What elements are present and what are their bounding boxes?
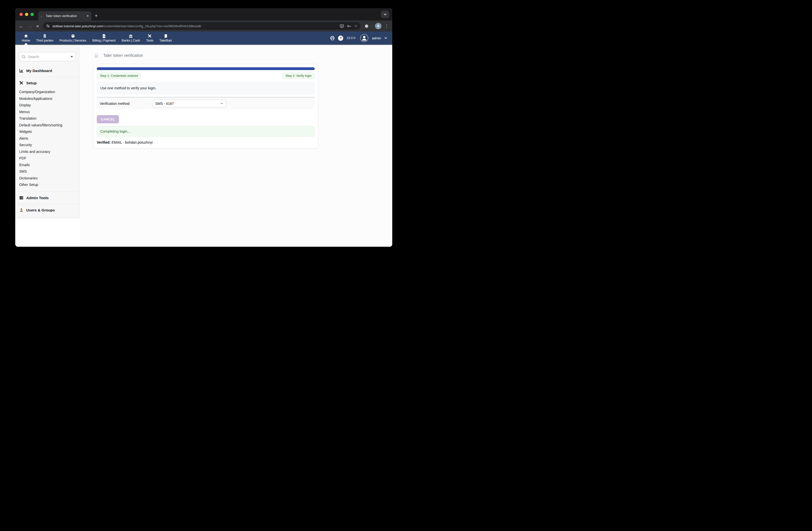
tab-title: Taler token verification (46, 14, 85, 18)
tab-close-icon[interactable]: × (87, 14, 89, 18)
step-indicators: Step 1: Credentials entered Step 2: Veri… (97, 73, 315, 79)
extensions-puzzle-icon[interactable] (364, 24, 369, 28)
url-path: /custom/talerbarr/talerconfig_2fa.php?ct… (103, 24, 201, 28)
browser-window: Taler token verification × + ← → × dolib… (15, 8, 392, 247)
building-icon (43, 34, 47, 38)
search-input[interactable] (28, 55, 68, 59)
version-label: 23.0.0 (347, 36, 355, 40)
sidebar-item-admin-tools[interactable]: Admin Tools (15, 192, 79, 202)
sidebar-search[interactable] (19, 52, 76, 61)
selected-method: SMS - 4197 (155, 102, 174, 106)
user-avatar-icon[interactable] (360, 34, 368, 42)
setup-tools-icon (19, 81, 24, 85)
menu-home[interactable]: Home (19, 31, 33, 44)
search-icon (21, 55, 26, 59)
setup-links: Company/Organization Modules/Application… (15, 87, 79, 190)
window-controls (19, 13, 34, 16)
browser-toolbar: ← → × dolibarr.tutorial.taler.potuzhnyi.… (15, 20, 392, 31)
sidebar-item-sms[interactable]: SMS (19, 168, 79, 175)
verified-label: Verified: (97, 140, 111, 144)
sidebar-item-limits-accuracy[interactable]: Limits and accuracy (19, 149, 79, 155)
verified-line: Verified: EMAIL - bohdan.potuzhnyi (97, 140, 315, 144)
lock-icon (93, 53, 99, 58)
step1-badge: Step 1: Credentials entered (97, 73, 141, 79)
user-menu-chevron-icon[interactable] (384, 37, 387, 39)
menu-talerbarr[interactable]: TalerBarr (156, 31, 175, 44)
sidebar-item-company-organization[interactable]: Company/Organization (19, 88, 79, 95)
bar-chart-icon (19, 69, 24, 73)
user-icon (19, 208, 24, 212)
cancel-button[interactable]: CANCEL (97, 115, 119, 123)
page-content: My Dashboard Setup Company/Organization … (15, 45, 392, 247)
server-stack-icon (19, 196, 24, 200)
menu-billing-payment[interactable]: $ Billing | Payment (89, 31, 118, 44)
navbar-right: ? 23.0.0 admin (330, 31, 392, 44)
sidebar-item-modules-applications[interactable]: Modules/Applications (19, 95, 79, 102)
user-name-label[interactable]: admin (372, 36, 381, 40)
bookmark-star-icon[interactable]: ☆ (354, 24, 358, 28)
url-text[interactable]: dolibarr.tutorial.taler.potuzhnyi.com/cu… (53, 24, 337, 28)
verified-value: EMAIL - bohdan.potuzhnyi (111, 140, 153, 144)
sidebar-item-emails[interactable]: Emails (19, 162, 79, 168)
home-icon (24, 34, 28, 38)
tab-strip: Taler token verification × + (15, 8, 392, 20)
new-tab-button[interactable]: + (95, 13, 98, 19)
sidebar-item-users-groups[interactable]: Users & Groups (15, 204, 79, 215)
password-key-icon[interactable] (347, 24, 351, 28)
close-window-button[interactable] (19, 13, 23, 16)
install-app-icon[interactable] (340, 24, 344, 28)
sidebar-item-menus[interactable]: Menus (19, 109, 79, 115)
page-title: Taler token verification (93, 53, 392, 58)
menu-tools[interactable]: Tools (143, 31, 156, 44)
back-button[interactable]: ← (19, 24, 24, 29)
sidebar-item-security[interactable]: Security (19, 142, 79, 149)
sidebar-item-translation[interactable]: Translation (19, 115, 79, 122)
tools-icon (148, 34, 152, 38)
sidebar-item-pdf[interactable]: PDF (19, 155, 79, 162)
sidebar-item-alerts[interactable]: Alerts (19, 135, 79, 142)
browser-tab[interactable]: Taler token verification × (38, 11, 91, 20)
method-label: Verification method (100, 102, 152, 106)
main-area: Taler token verification Step 1: Credent… (79, 45, 392, 247)
tab-loading-favicon (41, 15, 44, 17)
menu-banks-cash[interactable]: Banks | Cash (118, 31, 143, 44)
url-domain: dolibarr.tutorial.taler.potuzhnyi.com (53, 24, 103, 28)
sidebar: My Dashboard Setup Company/Organization … (15, 45, 79, 218)
sidebar-item-other-setup[interactable]: Other Setup (19, 181, 79, 188)
sidebar-item-widgets[interactable]: Widgets (19, 128, 79, 135)
stop-loading-button[interactable]: × (36, 24, 39, 29)
maximize-window-button[interactable] (30, 13, 34, 16)
toolbar-right: B ⋮ (364, 23, 389, 29)
method-row: Verification method SMS - 4197 (97, 97, 315, 109)
tab-search-button[interactable] (381, 11, 389, 18)
talerbarr-icon (164, 34, 168, 38)
minimize-window-button[interactable] (25, 13, 28, 16)
sidebar-item-display[interactable]: Display (19, 102, 79, 109)
menu-products-services[interactable]: Products | Services (57, 31, 89, 44)
help-icon[interactable]: ? (338, 36, 343, 41)
package-icon (71, 34, 75, 38)
browser-profile-avatar[interactable]: B (375, 23, 381, 29)
app-top-menu: Home Third parties Products | Services $… (15, 31, 392, 45)
sidebar-divider (15, 217, 79, 218)
sidebar-item-setup[interactable]: Setup (15, 77, 79, 87)
browser-menu-icon[interactable]: ⋮ (385, 24, 389, 29)
verification-method-select[interactable]: SMS - 4197 (152, 100, 226, 107)
sidebar-item-my-dashboard[interactable]: My Dashboard (15, 65, 79, 75)
forward-button[interactable]: → (28, 24, 32, 29)
print-icon[interactable] (330, 36, 335, 41)
search-caret-icon[interactable] (71, 56, 73, 58)
svg-text:$: $ (103, 35, 105, 37)
select-chevron-icon (220, 102, 223, 104)
sidebar-item-default-values[interactable]: Default values/filters/sorting (19, 122, 79, 129)
menu-third-parties[interactable]: Third parties (33, 31, 56, 44)
status-message: Completing login... (97, 126, 315, 137)
invoice-icon: $ (102, 34, 106, 38)
sidebar-item-dictionaries[interactable]: Dictionaries (19, 175, 79, 182)
address-bar[interactable]: dolibarr.tutorial.taler.potuzhnyi.com/cu… (43, 22, 361, 30)
site-settings-icon[interactable] (46, 24, 50, 28)
step2-badge: Step 2: Verify login (282, 73, 315, 79)
verification-card: Step 1: Credentials entered Step 2: Veri… (93, 64, 318, 149)
info-message: Use one method to verify your login. (97, 82, 315, 94)
progress-bar (97, 67, 315, 70)
